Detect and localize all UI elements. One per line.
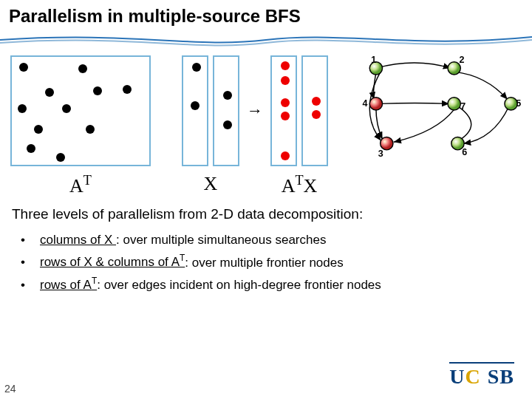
arrow-icon: → — [244, 101, 266, 120]
header-wave — [0, 30, 532, 47]
bullet-list: • columns of X : over multiple simultane… — [0, 222, 532, 293]
label-AT: AT — [10, 173, 151, 197]
node-label-3: 3 — [378, 149, 383, 159]
node-label-7: 7 — [460, 101, 466, 112]
svg-point-6 — [448, 98, 460, 110]
slide-title: Parallelism in multiple-source BFS — [0, 0, 532, 30]
list-item: • columns of X : over multiple simultane… — [21, 233, 520, 248]
list-item: • rows of X & columns of AT: over multip… — [21, 253, 520, 270]
body-text: Three levels of parallelism from 2-D dat… — [0, 200, 532, 222]
slide-number: 24 — [4, 383, 16, 395]
node-label-2: 2 — [459, 55, 464, 65]
matrix-labels: AT X ATX — [0, 170, 532, 200]
matrix-ATX — [270, 55, 328, 166]
matrix-X — [182, 55, 239, 166]
label-ATX: ATX — [270, 173, 328, 197]
node-label-4: 4 — [363, 98, 368, 109]
label-X: X — [182, 173, 239, 197]
node-label-1: 1 — [371, 55, 376, 65]
node-label-5: 5 — [516, 98, 521, 109]
list-item: • rows of AT: over edges incident on hig… — [21, 276, 520, 293]
node-label-6: 6 — [462, 147, 467, 157]
ucsb-logo: UC SB — [449, 365, 514, 389]
matrix-AT — [10, 55, 151, 166]
svg-point-2 — [369, 98, 382, 110]
diagram-row: → — [0, 47, 532, 170]
bfs-graph: 1 2 4 5 3 6 7 — [337, 52, 522, 170]
